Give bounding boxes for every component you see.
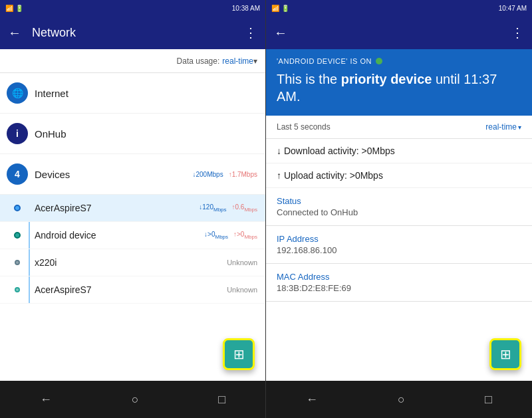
left-title: Network (32, 26, 244, 40)
left-nav-home[interactable]: ○ (132, 393, 139, 407)
right-status-icons: 📶 🔋 (271, 5, 289, 12)
aceraspiress7-upload: ↑0.6Mbps (232, 203, 257, 213)
device-aceraspiress7-second[interactable]: AcerAspireS7 Unknown (0, 276, 265, 304)
left-bottom-nav: ← ○ □ (0, 381, 265, 418)
right-data-header: Last 5 seconds real-time ▾ (266, 116, 532, 139)
download-activity-row: ↓ Download activity: >0Mbps (266, 139, 532, 163)
right-back-button[interactable]: ← (274, 25, 287, 41)
left-status-bar: 📶 🔋 10:38 AM (0, 0, 265, 16)
download-activity-text: ↓ Download activity: >0Mbps (277, 146, 395, 156)
left-back-button[interactable]: ← (8, 25, 21, 41)
devices-download-speed: ↓200Mbps (193, 171, 223, 178)
left-subtitle-bar: Data usage: real-time ▾ (0, 49, 265, 73)
devices-label: Devices (35, 169, 193, 180)
upload-activity-row: ↑ Upload activity: >0Mbps (266, 163, 532, 188)
device-name-android: Android device (35, 230, 204, 241)
priority-banner: 'ANDROID DEVICE' IS ON This is the prior… (266, 49, 532, 116)
internet-item[interactable]: 🌐 Internet (0, 73, 265, 114)
priority-device-text: 'ANDROID DEVICE' IS ON (277, 57, 372, 65)
ip-label: IP Address (277, 234, 521, 244)
internet-icon: 🌐 (7, 82, 28, 104)
right-top-bar: ← ⋮ (266, 16, 532, 49)
left-top-bar: ← Network ⋮ (0, 16, 265, 49)
devices-count-badge: 4 (7, 163, 28, 185)
right-fab-icon: ⊞ (500, 346, 511, 362)
priority-title-bold: priority device (341, 72, 432, 86)
device-name-aceraspiress7: AcerAspireS7 (35, 203, 199, 213)
onhub-label: OnHub (35, 128, 257, 140)
mac-info: MAC Address 18:3B:D2:E8:FE:69 (266, 264, 532, 302)
upload-activity-text: ↑ Upload activity: >0Mbps (277, 170, 383, 181)
dot-icon-x220i (15, 260, 20, 265)
data-usage-label: Data usage: (177, 56, 220, 66)
right-nav-back[interactable]: ← (306, 393, 318, 407)
right-menu-button[interactable]: ⋮ (511, 25, 524, 41)
devices-speeds: ↓200Mbps ↑1.7Mbps (193, 171, 258, 178)
device-aceraspiress7-active[interactable]: AcerAspireS7 ↓120Mbps ↑0.6Mbps (0, 195, 265, 222)
status-value: Connected to OnHub (277, 207, 521, 217)
aceraspiress7-second-status: Unknown (227, 286, 257, 294)
right-nav-home[interactable]: ○ (398, 393, 405, 407)
right-status-bar: 📶 🔋 10:47 AM (266, 0, 532, 16)
left-fab-icon: ⊞ (233, 346, 245, 362)
priority-title-prefix: This is the (277, 72, 341, 86)
dot-android (0, 232, 35, 239)
device-name-x220i: x220i (35, 257, 227, 268)
devices-icon-area: 4 (0, 163, 35, 185)
data-header-realtime[interactable]: real-time ▾ (485, 122, 521, 132)
device-x220i[interactable]: x220i Unknown (0, 249, 265, 276)
ip-value: 192.168.86.100 (277, 245, 521, 255)
priority-active-dot (376, 58, 382, 64)
status-info: Status Connected to OnHub (266, 188, 532, 226)
data-header-label: Last 5 seconds (277, 122, 331, 132)
data-usage-value[interactable]: real-time (222, 56, 253, 66)
mac-value: 18:3B:D2:E8:FE:69 (277, 283, 521, 293)
x220i-status: Unknown (227, 259, 257, 266)
android-speeds: ↓>0Mbps ↑>0Mbps (204, 231, 257, 240)
devices-item[interactable]: 4 Devices ↓200Mbps ↑1.7Mbps (0, 154, 265, 195)
aceraspiress7-download: ↓120Mbps (199, 203, 226, 213)
onhub-icon: i (7, 123, 28, 144)
onhub-icon-area: i (0, 123, 35, 144)
priority-title: This is the priority device until 11:37 … (277, 70, 521, 105)
right-status-time: 10:47 AM (499, 5, 527, 12)
mac-label: MAC Address (277, 272, 521, 282)
left-nav-recent[interactable]: □ (218, 393, 225, 407)
left-menu-button[interactable]: ⋮ (244, 25, 257, 41)
priority-device-label-row: 'ANDROID DEVICE' IS ON (277, 57, 521, 65)
dot-x220i (0, 260, 35, 265)
data-header-dropdown-icon: ▾ (518, 124, 521, 131)
right-bottom-nav: ← ○ □ (266, 381, 532, 418)
sub-devices-container: AcerAspireS7 ↓120Mbps ↑0.6Mbps Android d… (0, 195, 265, 304)
right-panel: 📶 🔋 10:47 AM ← ⋮ 'ANDROID DEVICE' IS ON … (266, 0, 532, 418)
dot-aceraspiress7 (0, 205, 35, 211)
left-fab-button[interactable]: ⊞ (223, 338, 255, 370)
devices-upload-speed: ↑1.7Mbps (229, 171, 257, 178)
right-nav-recent[interactable]: □ (485, 393, 492, 407)
aceraspiress7-speeds: ↓120Mbps ↑0.6Mbps (199, 203, 257, 213)
left-panel: 📶 🔋 10:38 AM ← Network ⋮ Data usage: rea… (0, 0, 266, 418)
left-status-icons: 📶 🔋 (5, 5, 23, 12)
internet-icon-area: 🌐 (0, 82, 35, 104)
data-usage-dropdown-icon[interactable]: ▾ (253, 56, 257, 66)
dot-icon-android (14, 232, 21, 239)
internet-label: Internet (35, 88, 257, 99)
left-status-time: 10:38 AM (232, 5, 260, 12)
status-label: Status (277, 196, 521, 206)
android-download: ↓>0Mbps (204, 231, 228, 240)
device-android[interactable]: Android device ↓>0Mbps ↑>0Mbps (0, 222, 265, 249)
dot-aceraspiress7-second (0, 287, 35, 292)
device-name-aceraspiress7-second: AcerAspireS7 (35, 284, 227, 295)
dot-icon-aceraspiress7 (14, 205, 21, 211)
onhub-item[interactable]: i OnHub (0, 114, 265, 154)
left-nav-back[interactable]: ← (40, 393, 52, 407)
right-fab-button[interactable]: ⊞ (489, 338, 521, 370)
device-list: 🌐 Internet i OnHub 4 Devices ↓200Mb (0, 73, 265, 381)
ip-info: IP Address 192.168.86.100 (266, 226, 532, 264)
android-upload: ↑>0Mbps (233, 231, 257, 240)
dot-icon-aceraspiress7-second (15, 287, 20, 292)
